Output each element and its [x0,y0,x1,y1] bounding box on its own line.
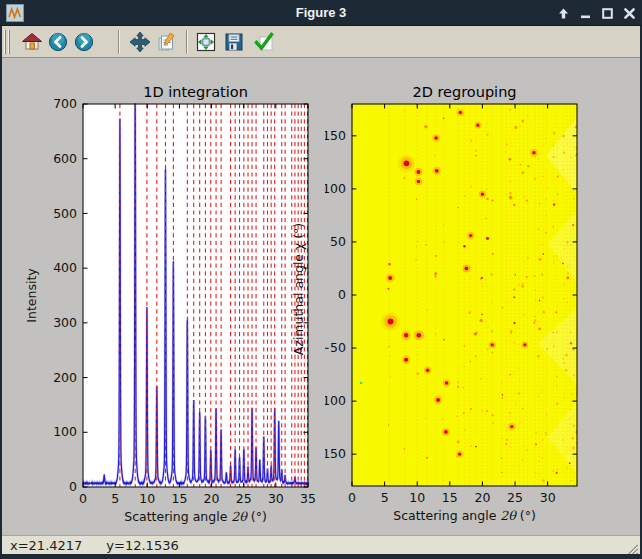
back-button[interactable] [46,29,70,55]
svg-text:10: 10 [409,490,425,505]
window-frame-bottom [0,554,642,559]
maximize-button[interactable] [599,5,616,22]
figure-window: Figure 3 [0,0,642,559]
figure-canvas: 0510152025303501002003004005006007001D i… [2,58,640,535]
svg-text:0: 0 [348,490,356,505]
plot-title: 2D regrouping [412,84,516,100]
heatmap-image [352,104,582,486]
shade-button[interactable] [555,5,572,22]
configure-subplots-button[interactable] [194,29,218,55]
statusbar: x=21.4217 y=12.1536 [2,535,640,554]
plot-title: 1D integration [143,84,248,100]
plot-xlabel: Scattering angle 2θ (°) [393,508,536,523]
svg-text:−50: −50 [325,340,346,355]
edit-button[interactable] [156,29,180,55]
minimize-button[interactable] [577,5,594,22]
svg-text:0: 0 [69,479,77,494]
svg-text:15: 15 [442,490,458,505]
toolbar-drag-handle[interactable] [4,30,12,54]
back-arrow-icon [47,31,69,53]
pan-arrows-icon [129,31,151,53]
maximize-icon [601,7,614,20]
save-button[interactable] [222,29,246,55]
forward-button[interactable] [72,29,96,55]
svg-text:300: 300 [53,315,77,330]
svg-text:700: 700 [53,96,77,111]
svg-text:400: 400 [53,260,77,275]
window-title: Figure 3 [0,0,642,26]
2d-regrouping-plot[interactable]: 051015202530−150−100−500501001502D regro… [325,84,615,530]
svg-text:25: 25 [236,491,252,506]
edit-page-icon [157,31,179,53]
svg-text:−150: −150 [325,446,346,461]
svg-text:5: 5 [381,490,389,505]
svg-text:30: 30 [268,491,284,506]
svg-text:20: 20 [474,490,490,505]
svg-text:50: 50 [330,234,346,249]
home-button[interactable] [20,29,44,55]
svg-text:35: 35 [300,491,316,506]
pan-button[interactable] [128,29,152,55]
forward-arrow-icon [73,31,95,53]
svg-text:25: 25 [507,490,523,505]
svg-text:5: 5 [111,491,119,506]
plot-xlabel: Scattering angle 2θ (°) [124,509,267,524]
svg-text:15: 15 [171,491,187,506]
svg-text:10: 10 [139,491,155,506]
subplots-icon [195,31,217,53]
svg-text:−100: −100 [325,393,346,408]
toolbar-separator [186,30,188,54]
svg-text:0: 0 [338,287,346,302]
svg-text:20: 20 [204,491,220,506]
shade-up-arrow-icon [557,7,570,20]
1d-integration-plot[interactable]: 0510152025303501002003004005006007001D i… [25,84,325,530]
titlebar: Figure 3 [0,0,642,26]
svg-text:0: 0 [79,491,87,506]
window-frame-left [0,26,2,559]
apply-button[interactable] [252,29,276,55]
plot-ylabel: Intensity [25,268,39,323]
window-controls [555,5,638,22]
cursor-x-readout: x=21.4217 [10,538,82,553]
save-floppy-icon [223,31,245,53]
close-icon [623,7,636,20]
minimize-icon [579,7,592,20]
close-button[interactable] [621,5,638,22]
svg-text:600: 600 [53,151,77,166]
svg-text:200: 200 [53,370,77,385]
home-icon [21,31,43,53]
svg-text:30: 30 [540,490,556,505]
svg-text:500: 500 [53,206,77,221]
svg-text:100: 100 [53,424,77,439]
cursor-y-readout: y=12.1536 [106,538,178,553]
svg-text:100: 100 [325,181,346,196]
green-check-icon [253,31,275,53]
toolbar-separator [118,30,120,54]
navigation-toolbar [0,26,642,58]
svg-text:150: 150 [325,128,346,143]
